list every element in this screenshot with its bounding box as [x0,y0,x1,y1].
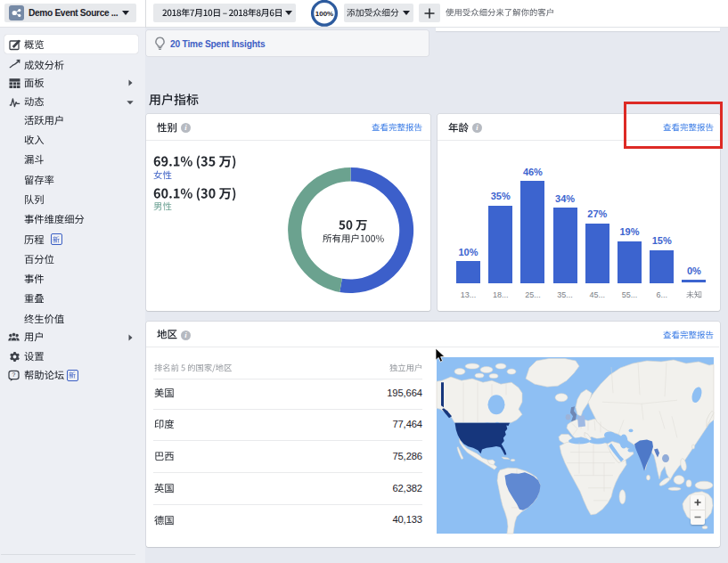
svg-text:?: ? [12,371,15,378]
